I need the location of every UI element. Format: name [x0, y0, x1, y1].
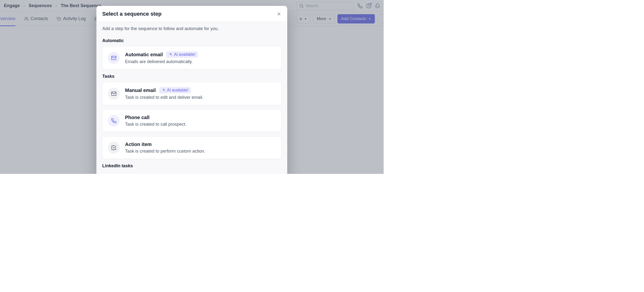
modal-close-button[interactable]: [276, 11, 282, 16]
section-automatic-label: Automatic: [102, 38, 282, 43]
option-title: Action item: [125, 142, 152, 147]
option-title: Automatic email: [125, 52, 163, 57]
option-desc: Emails are delivered automatically.: [125, 59, 276, 64]
option-desc: Task is created to perform custom action…: [125, 149, 276, 154]
option-title: Manual email: [125, 88, 156, 93]
check-square-icon: [108, 142, 120, 154]
option-title: Phone call: [125, 115, 150, 120]
ai-badge: AI available!: [166, 51, 198, 58]
modal-subtitle: Add a step for the sequence to follow an…: [102, 26, 282, 31]
option-manual-email[interactable]: Manual email AI available! Task is creat…: [102, 82, 282, 105]
option-automatic-email[interactable]: Automatic email AI available! Emails are…: [102, 46, 282, 69]
sparkle-icon: [168, 52, 172, 56]
section-tasks-label: Tasks: [102, 74, 282, 79]
section-linkedin-label: LinkedIn tasks: [102, 163, 282, 169]
option-action-item[interactable]: Action item Task is created to perform c…: [102, 136, 282, 159]
ai-badge-label: AI available!: [167, 88, 188, 92]
option-phone-call[interactable]: Phone call Task is created to call prosp…: [102, 110, 282, 132]
sparkle-icon: [162, 88, 166, 92]
modal-title: Select a sequence step: [102, 11, 162, 17]
ai-badge-label: AI available!: [174, 52, 195, 57]
option-desc: Task is created to call prospect.: [125, 122, 276, 127]
option-desc: Task is created to edit and deliver emai…: [125, 95, 276, 100]
close-icon: [276, 11, 282, 16]
select-step-modal: Select a sequence step Add a step for th…: [96, 6, 287, 174]
ai-badge: AI available!: [159, 87, 191, 93]
mail-icon: [108, 52, 120, 64]
phone-icon: [108, 115, 120, 127]
mail-icon: [108, 88, 120, 99]
modal-overlay[interactable]: Select a sequence step Add a step for th…: [0, 0, 384, 174]
